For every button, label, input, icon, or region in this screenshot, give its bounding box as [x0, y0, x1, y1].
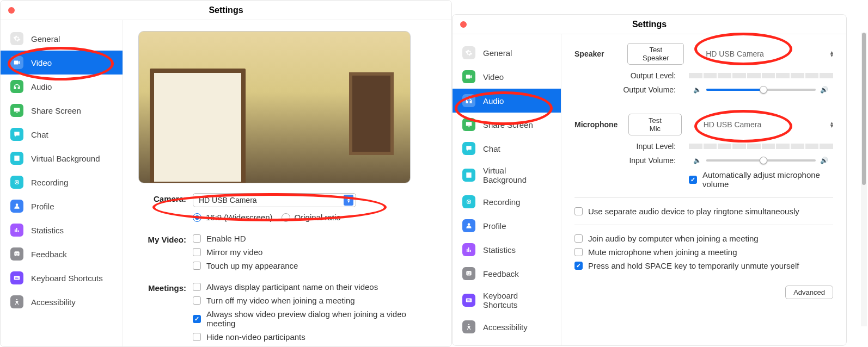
test-speaker-button[interactable]: Test Speaker [627, 43, 684, 65]
accessibility-icon [10, 295, 23, 308]
feedback-icon [462, 267, 475, 280]
output-volume-label: Output Volume: [574, 85, 689, 94]
sidebar-item-share-screen[interactable]: Share Screen [453, 113, 561, 137]
radio-original[interactable] [282, 213, 290, 222]
sidebar-item-audio[interactable]: Audio [1, 75, 123, 98]
checkbox[interactable] [193, 296, 201, 305]
sidebar-item-profile[interactable]: Profile [453, 214, 561, 238]
radio-widescreen[interactable] [193, 213, 201, 222]
titlebar: Settings [453, 15, 846, 34]
scrollbar[interactable] [861, 33, 867, 326]
svg-point-11 [16, 299, 17, 300]
sidebar-item-label: Keyboard Shortcuts [31, 274, 103, 283]
sidebar-item-video[interactable]: Video [453, 65, 561, 89]
sidebar-item-label: Keyboard Shortcuts [483, 291, 551, 309]
sidebar-item-recording[interactable]: Recording [1, 170, 123, 194]
audio-option-row: Press and hold SPACE key to temporarily … [574, 261, 833, 270]
audio-option-row: Join audio by computer when joining a me… [574, 234, 833, 243]
checkbox[interactable] [574, 234, 583, 243]
checkbox[interactable] [193, 333, 201, 341]
sidebar-item-audio[interactable]: Audio [453, 89, 561, 113]
sidebar-item-keyboard-shortcuts[interactable]: Keyboard Shortcuts [1, 266, 123, 290]
settings-window-video: Settings GeneralVideoAudioShare ScreenCh… [0, 0, 452, 347]
radio-widescreen-label: 16:9 (Widescreen) [206, 213, 273, 222]
sidebar-item-label: Recording [483, 197, 520, 207]
sidebar-item-chat[interactable]: Chat [1, 122, 123, 146]
settings-window-audio: Settings GeneralVideoAudioShare ScreenCh… [452, 14, 847, 346]
window-title: Settings [209, 5, 243, 15]
close-icon[interactable] [460, 21, 467, 28]
speaker-dropdown[interactable]: HD USB Camera ▴▾ [700, 47, 833, 61]
checkbox[interactable] [574, 207, 583, 215]
sidebar-item-label: Chat [31, 130, 48, 139]
sidebar-item-virtual-background[interactable]: Virtual Background [1, 146, 123, 170]
output-volume-slider[interactable] [706, 89, 816, 91]
sidebar-item-label: Recording [31, 178, 68, 187]
camera-dropdown[interactable]: HD USB Camera ▴▾ [193, 193, 356, 207]
checkbox[interactable] [574, 262, 583, 270]
test-mic-button[interactable]: Test Mic [628, 114, 681, 135]
sidebar-item-keyboard-shortcuts[interactable]: Keyboard Shortcuts [453, 286, 561, 315]
advanced-button[interactable]: Advanced [785, 286, 833, 299]
sidebar-item-label: Accessibility [31, 298, 76, 307]
sidebar-item-label: Feedback [483, 269, 519, 278]
sidebar-item-share-screen[interactable]: Share Screen [1, 98, 123, 122]
checkbox-label: Always display participant name on their… [206, 282, 378, 292]
output-level-meter [689, 73, 833, 78]
share-screen-icon [462, 118, 475, 131]
myvideo-row: Enable HD [193, 234, 436, 243]
myvideo-row: Touch up my appearance [193, 261, 436, 270]
sidebar-item-statistics[interactable]: Statistics [453, 238, 561, 262]
chevron-updown-icon: ▴▾ [830, 121, 833, 128]
sidebar-item-label: Profile [483, 221, 506, 231]
input-level-meter [689, 144, 833, 149]
checkbox[interactable] [574, 248, 583, 256]
sidebar-item-general[interactable]: General [453, 41, 561, 65]
sidebar-item-virtual-background[interactable]: Virtual Background [453, 160, 561, 190]
sidebar-item-label: Share Screen [483, 120, 533, 129]
sidebar-item-profile[interactable]: Profile [1, 194, 123, 218]
divider [574, 197, 833, 198]
volume-low-icon: 🔈 [693, 86, 702, 94]
svg-point-23 [468, 324, 469, 325]
sidebar: GeneralVideoAudioShare ScreenChatVirtual… [453, 34, 561, 345]
sidebar-item-label: Feedback [31, 250, 67, 259]
mic-dropdown[interactable]: HD USB Camera ▴▾ [698, 117, 833, 132]
window-title: Settings [632, 20, 667, 29]
sidebar-item-label: General [483, 48, 512, 58]
sidebar-item-chat[interactable]: Chat [453, 137, 561, 160]
checkbox[interactable] [193, 283, 201, 291]
input-volume-slider[interactable] [706, 159, 816, 162]
sidebar-item-recording[interactable]: Recording [453, 190, 561, 214]
auto-mic-label: Automatically adjust microphone volume [702, 170, 833, 189]
audio-option-row: Use separate audio device to play ringto… [574, 207, 833, 216]
checkbox[interactable] [193, 262, 201, 270]
close-icon[interactable] [8, 7, 15, 14]
dropdown-value: HD USB Camera [199, 196, 257, 205]
svg-rect-10 [15, 278, 19, 279]
sidebar-item-accessibility[interactable]: Accessibility [453, 315, 561, 339]
sidebar-item-accessibility[interactable]: Accessibility [1, 290, 123, 314]
camera-label: Camera: [138, 193, 193, 203]
svg-rect-6 [14, 276, 20, 280]
sidebar-item-label: Accessibility [483, 323, 528, 332]
sidebar-item-label: Video [483, 72, 504, 82]
svg-point-4 [15, 253, 16, 254]
checkbox-auto-mic[interactable] [689, 176, 697, 184]
sidebar-item-feedback[interactable]: Feedback [453, 262, 561, 286]
volume-high-icon: 🔊 [820, 157, 829, 164]
sidebar-item-video[interactable]: Video [1, 51, 123, 75]
audio-settings-content: Speaker Test Speaker HD USB Camera ▴▾ Ou… [561, 34, 846, 345]
sidebar-item-label: Audio [31, 82, 52, 91]
sidebar-item-statistics[interactable]: Statistics [1, 218, 123, 242]
virtual-background-icon [462, 169, 475, 182]
checkbox[interactable] [193, 234, 201, 243]
sidebar-item-general[interactable]: General [1, 27, 123, 51]
myvideo-label: My Video: [138, 234, 193, 244]
radio-original-label: Original ratio [295, 213, 341, 222]
svg-point-16 [467, 272, 468, 274]
checkbox[interactable] [193, 315, 201, 323]
sidebar-item-feedback[interactable]: Feedback [1, 242, 123, 266]
checkbox[interactable] [193, 248, 201, 256]
myvideo-row: Mirror my video [193, 247, 436, 257]
